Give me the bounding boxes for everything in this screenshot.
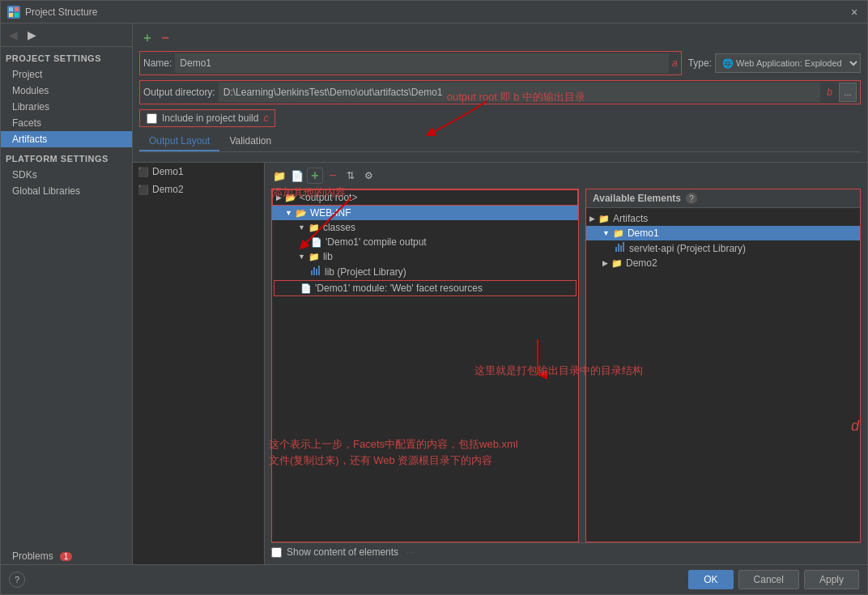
tab-validation[interactable]: Validation [219,132,281,151]
platform-settings-label: Platform Settings [1,147,132,167]
tree-arrow-root: ▶ [276,193,282,202]
sidebar-item-project[interactable]: Project [1,66,132,83]
sidebar-problems-label: Problems [12,550,53,562]
layout-extra-button[interactable]: ⚙ [360,168,377,184]
tree-item-output-root[interactable]: ▶ 📂 <output root> [272,189,578,206]
demo2-folder-icon: 📁 [611,258,623,269]
tree-label-lib-project: lib (Project Library) [325,266,406,278]
sidebar-item-problems[interactable]: Problems 1 [1,548,132,564]
avail-item-artifacts[interactable]: ▶ 📁 Artifacts [586,211,860,226]
layout-folder-button[interactable]: 📁 [271,168,287,184]
top-config: + − Name: a Type: 🌐 Web Application: Ex [133,23,867,163]
browse-button[interactable]: ... [839,83,857,102]
ok-button[interactable]: OK [688,570,733,589]
layout-remove-button[interactable]: − [325,168,341,184]
add-artifact-button[interactable]: + [139,30,155,46]
demo1-arrow: ▼ [602,229,610,237]
sidebar-item-libraries[interactable]: Libraries [1,99,132,115]
tree-arrow-webinf: ▼ [285,209,292,217]
nav-forward-button[interactable]: ▶ [24,27,40,43]
avail-label-artifacts: Artifacts [613,213,648,224]
tree-item-lib[interactable]: ▼ 📁 lib [272,249,578,264]
layout-panel: 📁 📄 + − ⇅ ⚙ ▶ 📂 [265,163,867,564]
cancel-button[interactable]: Cancel [738,570,799,589]
close-button[interactable]: × [848,6,861,19]
output-dir-marker: b [827,87,832,98]
output-dir-input[interactable] [219,83,821,102]
artifact-item-demo2[interactable]: ⬛ Demo2 [133,181,264,198]
project-settings-label: Project Settings [1,47,132,66]
remove-artifact-button[interactable]: − [157,30,173,46]
artifact-label-demo2: Demo2 [152,184,184,195]
lib-folder-icon: 📁 [308,252,320,262]
tree-item-classes[interactable]: ▼ 📁 classes [272,220,578,235]
show-content-checkbox[interactable] [271,547,282,558]
sidebar-item-modules[interactable]: Modules [1,83,132,99]
name-marker: a [672,57,678,69]
sidebar-libraries-label: Libraries [12,101,49,113]
sidebar-sdks-label: SDKs [12,169,37,181]
type-select[interactable]: 🌐 Web Application: Exploded [715,53,861,73]
show-content-label[interactable]: Show content of elements [287,546,398,558]
artifact-label-demo1: Demo1 [152,166,184,177]
svg-rect-2 [9,13,13,17]
tree-item-facet-resources[interactable]: 📄 'Demo1' module: 'Web' facet resources [274,280,577,296]
available-help-icon[interactable]: ? [686,193,697,204]
help-button[interactable]: ? [9,572,25,588]
available-header: Available Elements ? [586,189,860,208]
nav-back-button[interactable]: ◀ [6,27,21,43]
tree-item-lib-project[interactable]: lib (Project Library) [272,264,578,279]
include-checkbox[interactable] [147,113,157,124]
name-input[interactable] [175,53,669,73]
layout-tree: ▶ 📂 <output root> ▼ 📂 WEB-INF [271,189,579,542]
footer: ? OK Cancel Apply [1,564,867,594]
facet-resources-icon: 📄 [300,283,312,294]
avail-label-demo1: Demo1 [628,227,659,239]
classes-icon: 📁 [308,223,320,233]
problems-badge: 1 [60,552,73,561]
layout-copy-button[interactable]: 📄 [289,168,305,184]
svg-rect-3 [15,13,19,17]
avail-item-servlet[interactable]: servlet-api (Project Library) [586,240,860,256]
lib-barchart-icon [311,266,320,278]
avail-item-demo1[interactable]: ▼ 📁 Demo1 [586,226,860,240]
module-icon-demo2: ⬛ [138,185,149,195]
sidebar-item-artifacts[interactable]: Artifacts [1,131,132,147]
sidebar-item-global-libraries[interactable]: Global Libraries [1,183,132,199]
include-marker: c [263,113,268,124]
tree-label-facet-resources: 'Demo1' module: 'Web' facet resources [315,283,483,294]
bottom-bar: Show content of elements ··· [271,542,861,561]
output-dir-label: Output directory: [143,87,215,98]
available-title: Available Elements [593,193,681,204]
main-content: ◀ ▶ Project Settings Project Modules Lib… [1,23,867,564]
svg-rect-0 [9,7,13,11]
type-label: Type: [688,57,712,69]
sidebar-item-facets[interactable]: Facets [1,115,132,131]
available-tree: ▶ 📁 Artifacts ▼ 📁 Demo1 [586,208,860,542]
app-icon [7,6,20,19]
show-content-dots: ··· [406,546,415,558]
include-label[interactable]: Include in project build [162,113,258,124]
available-d-marker: d [851,418,859,435]
compile-output-icon: 📄 [311,237,322,248]
tree-item-webinf[interactable]: ▼ 📂 WEB-INF [272,206,578,220]
sidebar-item-sdks[interactable]: SDKs [1,167,132,183]
tree-item-compile-output[interactable]: 📄 'Demo1' compile output [272,235,578,249]
tree-label-webinf: WEB-INF [310,207,351,219]
name-label: Name: [143,57,172,69]
artifact-item-demo1[interactable]: ⬛ Demo1 [133,163,264,181]
avail-item-demo2[interactable]: ▶ 📁 Demo2 [586,256,860,270]
avail-label-servlet: servlet-api (Project Library) [629,243,746,254]
svg-rect-1 [15,7,19,11]
tab-output-layout[interactable]: Output Layout [139,132,219,151]
sidebar-modules-label: Modules [12,85,49,96]
layout-add-button[interactable]: + [307,168,323,184]
sidebar-artifacts-label: Artifacts [12,134,47,145]
layout-sort-button[interactable]: ⇅ [343,168,359,184]
tabs-row: Output Layout Validation [139,132,861,152]
module-icon-demo1: ⬛ [138,167,149,177]
demo1-folder-icon: 📁 [613,228,624,239]
tree-arrow-lib: ▼ [298,253,305,261]
apply-button[interactable]: Apply [804,570,859,589]
avail-label-demo2: Demo2 [626,257,657,269]
